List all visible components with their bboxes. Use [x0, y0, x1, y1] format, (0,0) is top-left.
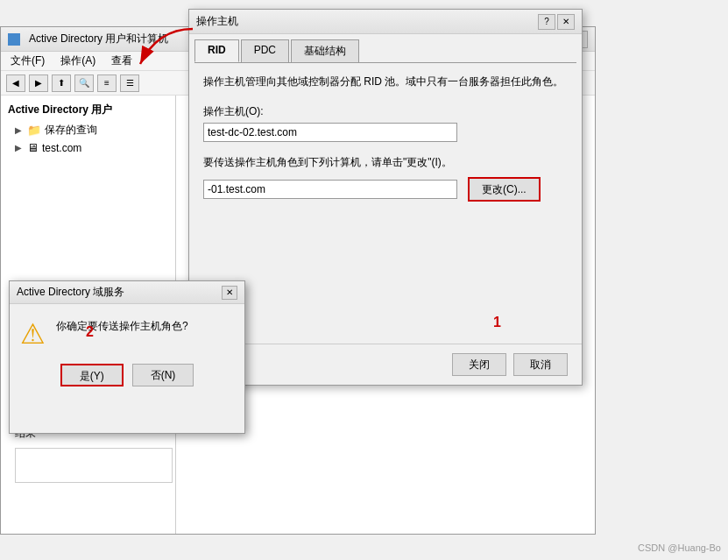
current-master-label: 操作主机(O): [203, 104, 568, 119]
ops-dialog: 操作主机 ? ✕ RID PDC 基础结构 操作主机管理向其他域控制器分配 RI… [188, 9, 583, 386]
tab-infrastructure[interactable]: 基础结构 [291, 39, 359, 62]
tab-rid[interactable]: RID [194, 39, 239, 62]
alert-titlebar: Active Directory 域服务 ✕ [10, 281, 244, 304]
help-button[interactable]: ? [538, 14, 555, 30]
list-button[interactable]: ≡ [97, 74, 117, 92]
ops-titlebar: 操作主机 ? ✕ [189, 10, 582, 34]
sidebar-label-testcom: test.com [42, 142, 81, 154]
up-button[interactable]: ⬆ [52, 74, 71, 92]
chevron-icon: ▶ [15, 125, 22, 135]
current-master-row [203, 123, 568, 142]
ops-bottom-buttons: 关闭 取消 [189, 344, 582, 385]
csdn-watermark: CSDN @Huang-Bo [638, 542, 721, 553]
change-button[interactable]: 更改(C)... [468, 177, 541, 202]
sidebar-item-saved-queries[interactable]: ▶ 📁 保存的查询 [1, 121, 175, 139]
no-button[interactable]: 否(N) [132, 364, 194, 386]
ops-title: 操作主机 [196, 14, 238, 29]
chevron-icon-2: ▶ [15, 143, 22, 152]
sidebar-item-testcom[interactable]: ▶ 🖥 test.com [1, 139, 175, 156]
ops-title-buttons: ? ✕ [538, 14, 575, 30]
results-table [15, 448, 173, 483]
ops-tabs: RID PDC 基础结构 [189, 34, 582, 62]
menu-file[interactable]: 文件(F) [8, 53, 47, 69]
annotation-2: 2 [86, 324, 94, 340]
find-button[interactable]: 🔍 [74, 74, 94, 92]
detail-button[interactable]: ☰ [120, 74, 139, 92]
back-button[interactable]: ◀ [6, 74, 25, 92]
ops-close-x-button[interactable]: ✕ [557, 14, 575, 30]
alert-buttons: 是(Y) 否(N) [10, 357, 244, 393]
target-row: 更改(C)... [203, 177, 568, 202]
forward-button[interactable]: ▶ [29, 74, 48, 92]
ops-body: 操作主机管理向其他域控制器分配 RID 池。域中只有一台服务器担任此角色。 操作… [189, 63, 582, 224]
alert-body: ⚠ 你确定要传送操作主机角色? [10, 304, 244, 357]
annotation-1: 1 [493, 315, 501, 330]
transfer-label: 要传送操作主机角色到下列计算机，请单击"更改"(I)。 [203, 154, 568, 170]
alert-message: 你确定要传送操作主机角色? [56, 318, 188, 335]
target-field[interactable] [203, 180, 457, 199]
sidebar-header: Active Directory 用户 [1, 99, 175, 121]
sidebar-label-saved: 保存的查询 [45, 123, 97, 138]
warning-icon: ⚠ [20, 320, 46, 348]
alert-dialog: Active Directory 域服务 ✕ ⚠ 你确定要传送操作主机角色? 是… [9, 280, 245, 434]
ops-description: 操作主机管理向其他域控制器分配 RID 池。域中只有一台服务器担任此角色。 [203, 74, 568, 90]
ad-main-title-text: Active Directory 用户和计算机 [29, 32, 168, 46]
tab-pdc[interactable]: PDC [241, 39, 289, 62]
alert-title: Active Directory 域服务 [17, 285, 124, 300]
domain-icon: 🖥 [27, 141, 39, 154]
menu-action[interactable]: 操作(A) [58, 53, 98, 69]
alert-close-x-button[interactable]: ✕ [222, 286, 237, 300]
ad-main-title: Active Directory 用户和计算机 [8, 32, 168, 46]
dialog-close-button[interactable]: 关闭 [452, 353, 506, 376]
dialog-cancel-button[interactable]: 取消 [513, 353, 568, 376]
current-master-field[interactable] [203, 123, 457, 142]
yes-button[interactable]: 是(Y) [60, 364, 124, 386]
menu-view[interactable]: 查看 [109, 53, 135, 69]
folder-icon: 📁 [27, 124, 41, 137]
ad-window-icon [8, 33, 20, 46]
